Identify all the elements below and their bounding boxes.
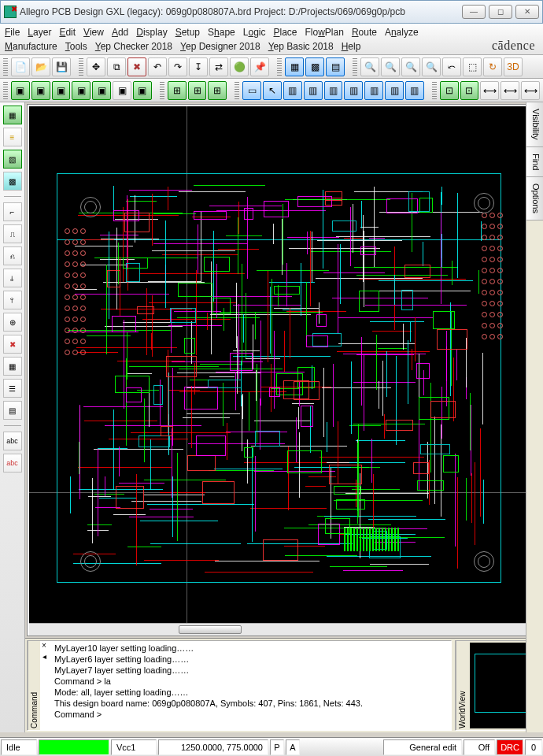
- layer-btn-7[interactable]: ▣: [133, 81, 152, 100]
- menu-display[interactable]: Display: [136, 25, 167, 39]
- side-tool-9[interactable]: ☰: [3, 379, 22, 398]
- side-net-btn[interactable]: ≡: [3, 128, 22, 146]
- zoom-window-button[interactable]: 🔍: [422, 57, 441, 76]
- worldview-tab[interactable]: WorldView: [456, 641, 468, 730]
- command-output[interactable]: MyLayer10 layer setting loading…… MyLaye…: [40, 641, 451, 730]
- menu-tools[interactable]: Tools: [65, 39, 87, 54]
- view-3d-button[interactable]: 3D: [504, 57, 523, 76]
- status-layer[interactable]: Vcc1: [111, 739, 157, 755]
- menu-yep-basic[interactable]: Yep Basic 2018: [268, 39, 334, 54]
- design-canvas[interactable]: [29, 106, 528, 623]
- open-file-button[interactable]: 📂: [31, 57, 50, 76]
- side-tool-4[interactable]: ⫰: [3, 269, 22, 287]
- shape-poly-button[interactable]: ▩: [305, 57, 324, 76]
- delete-button[interactable]: ✖: [127, 57, 146, 76]
- group-btn-3[interactable]: ▥: [324, 81, 343, 100]
- redo-button[interactable]: ↷: [168, 57, 187, 76]
- save-button[interactable]: 💾: [52, 57, 71, 76]
- color-button[interactable]: 🟢: [230, 57, 249, 76]
- dim-btn-5[interactable]: ⟷: [521, 81, 540, 100]
- move-button[interactable]: ✥: [87, 57, 105, 76]
- mirror-button[interactable]: ⇄: [209, 57, 228, 76]
- scrollbar-horizontal[interactable]: [29, 623, 528, 636]
- menu-route[interactable]: Route: [352, 25, 377, 39]
- side-tool-10[interactable]: ▤: [3, 401, 22, 420]
- layer-btn-5[interactable]: ▣: [92, 81, 111, 100]
- tab-options[interactable]: Options: [526, 177, 543, 220]
- zoom-fit-button[interactable]: 🔍: [360, 57, 379, 76]
- side-tool-6[interactable]: ⊕: [3, 313, 22, 332]
- group-btn-1[interactable]: ▥: [283, 81, 302, 100]
- close-button[interactable]: ✕: [515, 5, 539, 19]
- side-tool-8[interactable]: ▦: [3, 357, 22, 376]
- status-idle: Idle: [1, 739, 37, 755]
- menu-add[interactable]: Add: [112, 25, 128, 39]
- side-tool-5[interactable]: ⫯: [3, 291, 22, 309]
- menu-edit[interactable]: Edit: [59, 25, 76, 39]
- dim-btn-2[interactable]: ⊡: [460, 81, 479, 100]
- zoom-prev-button[interactable]: ⤺: [442, 57, 461, 76]
- menu-view[interactable]: View: [83, 25, 104, 39]
- zoom-sel-button[interactable]: ⬚: [463, 57, 482, 76]
- tab-find[interactable]: Find: [526, 147, 543, 177]
- side-via-btn[interactable]: ▧: [3, 150, 22, 169]
- layer-btn-1[interactable]: ▣: [11, 81, 30, 100]
- menu-file[interactable]: File: [5, 25, 20, 39]
- status-drc[interactable]: DRC: [497, 739, 523, 755]
- layer-btn-2[interactable]: ▣: [31, 81, 50, 100]
- dim-btn-1[interactable]: ⊡: [440, 81, 459, 100]
- menu-logic[interactable]: Logic: [243, 25, 266, 39]
- shape-rect-button[interactable]: ▦: [285, 57, 304, 76]
- side-text-1[interactable]: abc: [3, 432, 22, 450]
- net-btn-1[interactable]: ⊞: [168, 81, 187, 100]
- refresh-button[interactable]: ↻: [483, 57, 502, 76]
- grip-icon: [79, 58, 83, 76]
- shape-line-button[interactable]: ▤: [326, 57, 345, 76]
- copy-button[interactable]: ⧉: [107, 57, 126, 76]
- group-btn-4[interactable]: ▥: [344, 81, 363, 100]
- layer-btn-6[interactable]: ▣: [113, 81, 131, 100]
- side-route-btn[interactable]: ▦: [3, 106, 22, 124]
- menu-setup[interactable]: Setup: [175, 25, 200, 39]
- menu-manufacture[interactable]: Manufacture: [5, 39, 57, 54]
- side-text-2[interactable]: abc: [3, 454, 22, 472]
- arrow-btn[interactable]: ↖: [263, 81, 282, 100]
- dim-btn-3[interactable]: ⟷: [480, 81, 499, 100]
- side-tool-2[interactable]: ⎍: [3, 224, 22, 243]
- bottom-panels: Command × ◂ MyLayer10 layer setting load…: [25, 638, 543, 732]
- align-button[interactable]: ↧: [189, 57, 208, 76]
- side-tool-3[interactable]: ⎌: [3, 246, 22, 265]
- net-btn-2[interactable]: ⊞: [188, 81, 207, 100]
- layer-btn-3[interactable]: ▣: [52, 81, 71, 100]
- group-btn-2[interactable]: ▥: [304, 81, 323, 100]
- side-tool-7[interactable]: ✖: [3, 335, 22, 354]
- maximize-button[interactable]: ◻: [489, 5, 512, 19]
- select-btn[interactable]: ▭: [242, 81, 261, 100]
- menu-place[interactable]: Place: [273, 25, 297, 39]
- new-file-button[interactable]: 📄: [11, 57, 30, 76]
- group-btn-6[interactable]: ▥: [385, 81, 404, 100]
- group-btn-5[interactable]: ▥: [364, 81, 383, 100]
- status-a[interactable]: A: [286, 739, 300, 755]
- menu-flowplan[interactable]: FlowPlan: [305, 25, 344, 39]
- tab-visibility[interactable]: Visibility: [526, 102, 543, 147]
- menu-help[interactable]: Help: [342, 39, 361, 54]
- status-coords: 1250.0000, 775.0000: [158, 739, 268, 755]
- menu-layer[interactable]: Layer: [28, 25, 51, 39]
- menu-yep-designer[interactable]: Yep Designer 2018: [180, 39, 260, 54]
- side-shape-btn[interactable]: ▩: [3, 172, 22, 191]
- menu-yep-checker[interactable]: Yep Checker 2018: [95, 39, 172, 54]
- side-tool-1[interactable]: ⌐: [3, 202, 22, 221]
- undo-button[interactable]: ↶: [148, 57, 167, 76]
- menu-analyze[interactable]: Analyze: [385, 25, 419, 39]
- menu-shape[interactable]: Shape: [208, 25, 235, 39]
- dim-btn-4[interactable]: ⟷: [501, 81, 519, 100]
- zoom-in-button[interactable]: 🔍: [381, 57, 400, 76]
- minimize-button[interactable]: —: [462, 5, 486, 19]
- pin-button[interactable]: 📌: [250, 57, 269, 76]
- net-btn-3[interactable]: ⊞: [208, 81, 227, 100]
- status-p[interactable]: P: [270, 739, 284, 755]
- zoom-out-button[interactable]: 🔍: [401, 57, 420, 76]
- layer-btn-4[interactable]: ▣: [72, 81, 90, 100]
- group-btn-7[interactable]: ▥: [405, 81, 424, 100]
